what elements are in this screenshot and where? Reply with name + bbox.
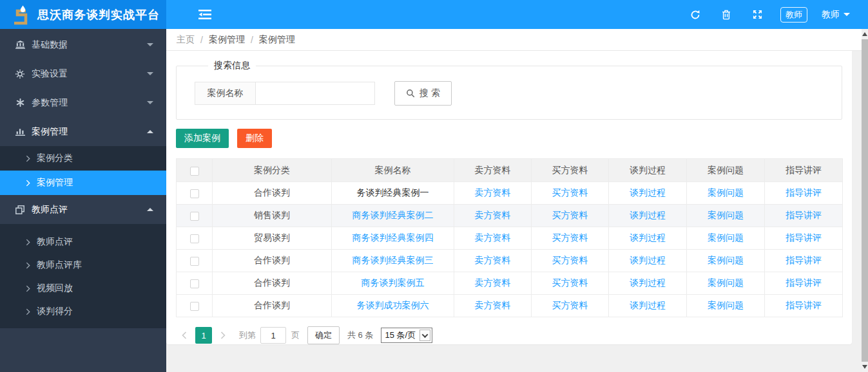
buyer-material-link[interactable]: 买方资料 bbox=[552, 255, 588, 265]
row-checkbox[interactable] bbox=[190, 234, 199, 243]
buyer-material-link[interactable]: 买方资料 bbox=[552, 187, 588, 198]
role-badge[interactable]: 教师 bbox=[780, 7, 807, 23]
sidebar-item-teacher-review[interactable]: 教师点评 bbox=[0, 195, 166, 224]
content-area: 主页 / 案例管理 / 案例管理 搜索信息 案例名称 bbox=[166, 29, 868, 372]
main-panel: 搜索信息 案例名称 搜 索 添加案例 删除 bbox=[166, 51, 852, 344]
case-name-link[interactable]: 商务谈判案例五 bbox=[362, 277, 425, 288]
delete-button[interactable]: 删除 bbox=[237, 129, 272, 148]
row-checkbox[interactable] bbox=[190, 279, 199, 288]
case-question-link[interactable]: 案例问题 bbox=[708, 187, 744, 198]
negotiation-process-link[interactable]: 谈判过程 bbox=[630, 187, 666, 198]
seller-material-link[interactable]: 卖方资料 bbox=[475, 210, 511, 220]
sidebar-subitem-case-category[interactable]: 案例分类 bbox=[0, 146, 166, 171]
current-page-button[interactable]: 1 bbox=[195, 327, 212, 344]
guidance-review-link[interactable]: 指导讲评 bbox=[786, 210, 822, 220]
guidance-review-link[interactable]: 指导讲评 bbox=[786, 300, 822, 310]
fullscreen-icon[interactable] bbox=[749, 7, 765, 23]
case-question-link[interactable]: 案例问题 bbox=[708, 232, 744, 243]
scroll-up-arrow-icon[interactable] bbox=[862, 32, 867, 36]
case-category-cell: 合作谈判 bbox=[213, 250, 332, 272]
sidebar-subitem-case-management[interactable]: 案例管理 bbox=[0, 171, 166, 195]
logo-area: 思沃商务谈判实战平台 bbox=[0, 0, 166, 29]
search-icon bbox=[406, 89, 415, 98]
sidebar-item-case-management[interactable]: 案例管理 bbox=[0, 117, 166, 146]
negotiation-process-link[interactable]: 谈判过程 bbox=[630, 255, 666, 265]
top-bar-right: 教师 教师 bbox=[166, 0, 868, 29]
seller-material-link[interactable]: 卖方资料 bbox=[475, 255, 511, 265]
guidance-review-link[interactable]: 指导讲评 bbox=[786, 232, 822, 243]
seller-material-link[interactable]: 卖方资料 bbox=[475, 300, 511, 310]
seller-material-link[interactable]: 卖方资料 bbox=[475, 232, 511, 243]
case-name-link[interactable]: 商务谈判经典案例四 bbox=[352, 232, 434, 243]
case-name-input[interactable] bbox=[256, 82, 375, 105]
negotiation-process-link[interactable]: 谈判过程 bbox=[630, 210, 666, 220]
sidebar-subitem-teacher-review-library[interactable]: 教师点评库 bbox=[0, 254, 166, 277]
sidebar: 基础数据 实验设置 参数管理 bbox=[0, 29, 166, 372]
sidebar-item-label: 教师点评 bbox=[32, 204, 147, 216]
sidebar-item-label: 案例管理 bbox=[32, 126, 147, 138]
buyer-material-link[interactable]: 买方资料 bbox=[552, 300, 588, 310]
breadcrumb: 主页 / 案例管理 / 案例管理 bbox=[166, 29, 862, 51]
refresh-icon[interactable] bbox=[688, 7, 703, 23]
page-size-select[interactable]: 15 条/页 bbox=[381, 328, 432, 343]
table-row: 贸易谈判商务谈判经典案例四卖方资料买方资料谈判过程案例问题指导讲评 bbox=[177, 227, 843, 250]
row-checkbox[interactable] bbox=[190, 189, 199, 198]
case-question-link[interactable]: 案例问题 bbox=[708, 277, 744, 288]
case-name-link[interactable]: 商务谈判经典案例三 bbox=[352, 255, 434, 265]
breadcrumb-case-management[interactable]: 案例管理 bbox=[209, 34, 245, 46]
goto-confirm-button[interactable]: 确定 bbox=[307, 326, 340, 344]
sidebar-item-parameter-management[interactable]: 参数管理 bbox=[0, 88, 166, 117]
breadcrumb-home[interactable]: 主页 bbox=[177, 34, 195, 46]
total-count-label: 共 6 条 bbox=[347, 330, 373, 341]
collapse-sidebar-icon[interactable] bbox=[197, 7, 213, 23]
case-question-link[interactable]: 案例问题 bbox=[708, 300, 744, 310]
negotiation-process-link[interactable]: 谈判过程 bbox=[630, 300, 666, 310]
sidebar-subitem-negotiation-score[interactable]: 谈判得分 bbox=[0, 300, 166, 323]
buyer-material-link[interactable]: 买方资料 bbox=[552, 277, 588, 288]
case-category-cell: 贸易谈判 bbox=[213, 227, 332, 250]
negotiation-process-link[interactable]: 谈判过程 bbox=[630, 277, 666, 288]
table-row: 合作谈判务谈判成功案例六卖方资料买方资料谈判过程案例问题指导讲评 bbox=[177, 295, 843, 317]
chevron-down-icon bbox=[147, 43, 153, 46]
add-case-button[interactable]: 添加案例 bbox=[176, 129, 229, 148]
case-management-submenu: 案例分类 案例管理 bbox=[0, 146, 166, 195]
guidance-review-link[interactable]: 指导讲评 bbox=[786, 277, 822, 288]
trash-icon[interactable] bbox=[719, 7, 734, 23]
case-question-link[interactable]: 案例问题 bbox=[708, 210, 744, 220]
search-button[interactable]: 搜 索 bbox=[394, 81, 452, 106]
case-category-cell: 合作谈判 bbox=[213, 182, 332, 205]
sidebar-item-experiment-settings[interactable]: 实验设置 bbox=[0, 59, 166, 88]
next-page-button[interactable] bbox=[215, 327, 231, 344]
sidebar-subitem-label: 视频回放 bbox=[37, 283, 73, 294]
buyer-material-link[interactable]: 买方资料 bbox=[552, 210, 588, 220]
sidebar-subitem-video-playback[interactable]: 视频回放 bbox=[0, 277, 166, 300]
user-dropdown[interactable]: 教师 bbox=[822, 9, 850, 21]
angle-right-icon bbox=[26, 155, 30, 162]
row-checkbox[interactable] bbox=[190, 302, 199, 311]
goto-suffix-label: 页 bbox=[291, 330, 300, 341]
seller-material-link[interactable]: 卖方资料 bbox=[475, 187, 511, 198]
negotiation-process-link[interactable]: 谈判过程 bbox=[630, 232, 666, 243]
case-name-link[interactable]: 商务谈判经典案例二 bbox=[352, 210, 434, 220]
buyer-material-link[interactable]: 买方资料 bbox=[552, 232, 588, 243]
case-table: 案例分类 案例名称 卖方资料 买方资料 谈判过程 案例问题 指导讲评 合作谈判务… bbox=[176, 158, 843, 317]
sidebar-subitem-label: 教师点评 bbox=[37, 236, 73, 248]
guidance-review-link[interactable]: 指导讲评 bbox=[786, 187, 822, 198]
angle-right-icon bbox=[26, 262, 30, 269]
guidance-review-link[interactable]: 指导讲评 bbox=[786, 255, 822, 265]
sidebar-item-basic-data[interactable]: 基础数据 bbox=[0, 30, 166, 59]
row-checkbox[interactable] bbox=[190, 212, 199, 221]
seller-material-link[interactable]: 卖方资料 bbox=[475, 277, 511, 288]
scroll-down-arrow-icon[interactable] bbox=[862, 365, 867, 369]
case-question-link[interactable]: 案例问题 bbox=[708, 255, 744, 265]
select-all-checkbox[interactable] bbox=[190, 167, 199, 176]
bank-icon bbox=[14, 41, 26, 49]
sidebar-subitem-label: 教师点评库 bbox=[37, 259, 82, 271]
case-name-link[interactable]: 务谈判成功案例六 bbox=[357, 300, 429, 310]
row-checkbox[interactable] bbox=[190, 257, 199, 266]
prev-page-button[interactable] bbox=[176, 327, 193, 344]
goto-page-input[interactable] bbox=[260, 327, 286, 344]
scrollbar-thumb[interactable] bbox=[862, 39, 868, 362]
user-name: 教师 bbox=[822, 9, 840, 21]
sidebar-subitem-teacher-review[interactable]: 教师点评 bbox=[0, 230, 166, 254]
